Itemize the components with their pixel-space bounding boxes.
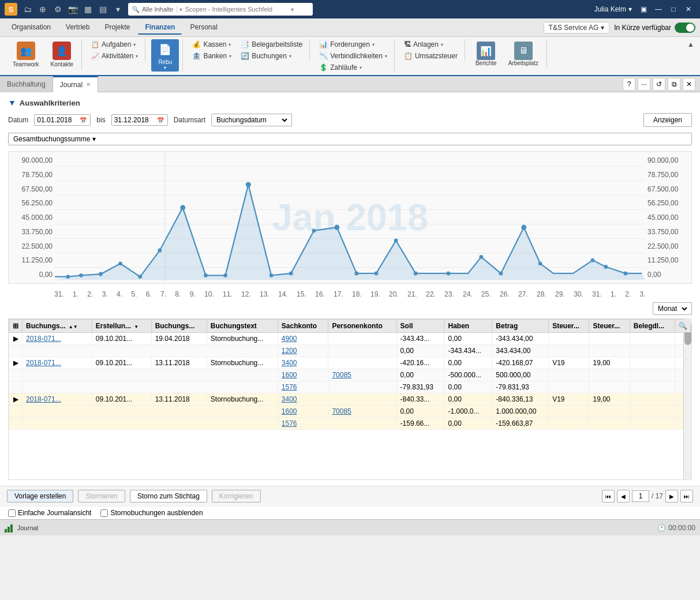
th-steuer2[interactable]: Steuer... — [589, 320, 630, 333]
th-sachkonto[interactable]: Sachkonto — [278, 320, 328, 333]
help-btn[interactable]: ? — [623, 78, 635, 91]
table-scrollbar[interactable] — [683, 319, 691, 479]
subrow-personenkonto[interactable]: 70085 — [328, 369, 396, 381]
anzeigen-button[interactable]: Anzeigen — [643, 113, 692, 127]
ribbon-btn-kassen[interactable]: 💰 Kassen ▾ — [189, 39, 235, 50]
table-row[interactable]: ▶ 2018-071... 09.10.201... 19.04.2018 St… — [9, 333, 691, 345]
ribbon-btn-belegarbeitsliste[interactable]: 📑 Belegarbeitsliste — [237, 39, 306, 50]
ribbon-btn-buchungen[interactable]: 🔄 Buchungen ▾ — [237, 51, 306, 61]
datum-from-field[interactable] — [37, 116, 78, 124]
th-erstellun[interactable]: Erstellun... ▼ — [92, 320, 151, 333]
page-current-input[interactable] — [632, 490, 649, 502]
toolbar-icon-bag[interactable]: 🗂 — [22, 3, 33, 15]
cell-buchungsnum[interactable]: 2018-071... — [23, 333, 92, 345]
section-arrow-icon[interactable]: ▼ — [8, 98, 16, 107]
ribbon-more-btn[interactable]: ▲ — [686, 39, 695, 50]
th-haben[interactable]: Haben — [444, 320, 492, 333]
refresh-btn[interactable]: ↺ — [653, 78, 665, 91]
th-belegdl[interactable]: Belegdl... — [630, 320, 675, 333]
toolbar-icon-down[interactable]: ▾ — [112, 3, 123, 15]
ribbon-btn-anlagen[interactable]: 🏗 Anlagen ▾ — [400, 39, 461, 50]
nav-item-vertrieb[interactable]: Vertrieb — [59, 21, 96, 35]
ribbon-btn-teamwork[interactable]: 👥 Teamwork — [8, 39, 44, 70]
toolbar-icon-camera[interactable]: 📷 — [67, 3, 78, 15]
company-selector[interactable]: T&S Service AG ▾ — [544, 22, 610, 33]
th-search-icon[interactable]: 🔍 — [675, 320, 691, 333]
cell-buchungsnum[interactable]: 2018-071... — [23, 357, 92, 369]
checkbox-stornobuchungen[interactable]: Stornobuchungen ausblenden — [100, 509, 203, 517]
window-minimize[interactable]: — — [652, 2, 665, 16]
cell-sachkonto[interactable]: 4900 — [278, 333, 328, 345]
window-control-layout[interactable]: ▣ — [637, 2, 650, 16]
toolbar-icon-calc[interactable]: ▤ — [97, 3, 108, 15]
period-select-wrapper[interactable]: Tag Woche Monat Jahr — [653, 302, 692, 315]
ribbon-btn-banken[interactable]: 🏦 Banken ▾ — [189, 51, 235, 61]
tab-journal-close[interactable]: ✕ — [86, 81, 91, 88]
ribbon-btn-aufgaben[interactable]: 📋 Aufgaben ▾ — [88, 39, 141, 50]
ribbon-btn-kontakte[interactable]: 👤 Kontakte — [46, 39, 78, 70]
cell-buchungsnum[interactable]: 2018-071... — [23, 393, 92, 406]
korrigieren-btn[interactable]: Korrigieren — [212, 490, 261, 502]
checkbox-einfache[interactable]: Einfache Journalansicht — [8, 509, 91, 517]
datum-from-calendar[interactable]: 📅 — [78, 117, 88, 123]
search-dropdown-icon[interactable]: ▾ — [291, 6, 294, 13]
toolbar-icon-gear[interactable]: ⚙ — [52, 3, 63, 15]
subrow-sachkonto[interactable]: 1576 — [278, 381, 328, 393]
subrow-sachkonto[interactable]: 1200 — [278, 345, 328, 357]
th-personenkonto[interactable]: Personenkonto — [328, 320, 396, 333]
close-pane-btn[interactable]: ✕ — [683, 78, 695, 91]
period-select[interactable]: Tag Woche Monat Jahr — [656, 304, 689, 313]
ribbon-btn-verbindlichkeiten[interactable]: 📉 Verbindlichkeiten ▾ — [316, 51, 391, 61]
ribbon-btn-zahllaufe[interactable]: 💲 Zahläufe ▾ — [316, 62, 391, 73]
ribbon-btn-berichte[interactable]: 📊 Berichte — [471, 39, 501, 69]
th-betrag[interactable]: Betrag — [492, 320, 549, 333]
page-first-btn[interactable]: ⏮ — [602, 490, 615, 502]
table-row[interactable]: ▶ 2018-071... 09.10.201... 13.11.2018 St… — [9, 357, 691, 369]
subrow-sachkonto[interactable]: 1576 — [278, 418, 328, 430]
ribbon-btn-arbeitsplatz[interactable]: 🖥 Arbeitsplatz — [504, 39, 543, 69]
nav-item-organisation[interactable]: Organisation — [5, 21, 58, 35]
subrow-sachkonto[interactable]: 1600 — [278, 369, 328, 381]
th-buchungsdatum[interactable]: Buchungs... — [151, 320, 207, 333]
window-maximize[interactable]: □ — [667, 2, 680, 16]
subrow-personenkonto[interactable]: 70085 — [328, 406, 396, 418]
tab-buchhaltung[interactable]: Buchhaltung — [0, 76, 53, 92]
row-expand[interactable]: ▶ — [9, 393, 23, 406]
ribbon-btn-forderungen[interactable]: 📊 Forderungen ▾ — [316, 39, 391, 50]
more-btn[interactable]: ··· — [638, 78, 650, 91]
storno-stichtag-btn[interactable]: Storno zum Stichtag — [130, 490, 207, 502]
gesamtbuchung-dropdown[interactable]: Gesamtbuchungssumme ▾ — [8, 133, 692, 145]
ribbon-btn-aktivitaeten[interactable]: 📈 Aktivitäten ▾ — [88, 51, 141, 61]
window-close[interactable]: ✕ — [682, 2, 695, 16]
datumsart-select-wrapper[interactable]: Buchungsdatum Erstellungsdatum Belegdatu… — [211, 114, 292, 126]
datumsart-select[interactable]: Buchungsdatum Erstellungsdatum Belegdatu… — [214, 115, 289, 125]
row-expand[interactable]: ▶ — [9, 333, 23, 345]
availability-toggle[interactable]: In Kürze verfügbar — [614, 22, 695, 33]
toolbar-icon-grid[interactable]: ▦ — [82, 3, 93, 15]
datum-to-input[interactable]: 📅 — [111, 114, 168, 126]
search-input[interactable] — [185, 6, 289, 13]
datum-to-field[interactable] — [114, 116, 156, 124]
checkbox-stornobuchungen-input[interactable] — [100, 509, 108, 517]
nav-item-personal[interactable]: Personal — [183, 21, 224, 35]
subrow-sachkonto[interactable]: 1600 — [278, 406, 328, 418]
page-last-btn[interactable]: ⏭ — [680, 490, 693, 502]
ribbon-btn-rebu[interactable]: 📄 Rebu ▾ — [151, 39, 179, 72]
nav-item-finanzen[interactable]: Finanzen — [138, 21, 182, 35]
user-menu[interactable]: Julia Kelm ▾ — [594, 5, 632, 13]
page-prev-btn[interactable]: ◀ — [617, 490, 630, 502]
tab-journal[interactable]: Journal ✕ — [53, 76, 98, 92]
stornieren-btn[interactable]: Stornieren — [78, 490, 125, 502]
page-next-btn[interactable]: ▶ — [665, 490, 678, 502]
row-expand[interactable]: ▶ — [9, 357, 23, 369]
th-buchungsnum[interactable]: Buchungs... ▲▼ — [23, 320, 92, 333]
datum-from-input[interactable]: 📅 — [34, 114, 91, 126]
th-buchungstext[interactable]: Buchungstext — [207, 320, 278, 333]
th-steuer1[interactable]: Steuer... — [549, 320, 589, 333]
cell-sachkonto[interactable]: 3400 — [278, 357, 328, 369]
checkbox-einfache-input[interactable] — [8, 509, 16, 517]
cell-sachkonto[interactable]: 3400 — [278, 393, 328, 406]
nav-item-projekte[interactable]: Projekte — [98, 21, 137, 35]
search-bar[interactable]: 🔍 Alle Inhalte ▾ ▾ — [128, 3, 313, 16]
vorlage-erstellen-btn[interactable]: Vorlage erstellen — [7, 490, 73, 502]
